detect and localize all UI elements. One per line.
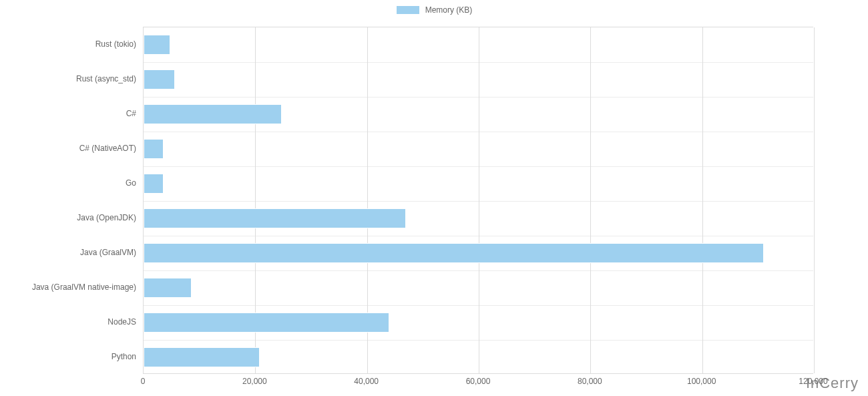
x-tick-label: 60,000: [466, 377, 491, 386]
bar: [144, 243, 764, 263]
v-gridline: [702, 27, 703, 373]
chart-legend: Memory (KB): [0, 5, 868, 15]
y-tick-label: C# (NativeAOT): [0, 144, 136, 153]
y-tick-label: Java (GraalVM native-image): [0, 282, 136, 292]
legend-label: Memory (KB): [425, 5, 473, 15]
y-tick-label: Go: [0, 178, 136, 188]
bar: [144, 313, 389, 333]
y-tick-label: C#: [0, 109, 136, 118]
x-tick-label: 0: [141, 377, 146, 386]
y-tick-label: Java (OpenJDK): [0, 213, 136, 222]
bar: [144, 347, 260, 367]
legend-swatch: [396, 5, 420, 15]
x-tick-label: 120,000: [799, 377, 827, 386]
x-tick-label: 40,000: [354, 377, 379, 386]
x-tick-label: 100,000: [687, 377, 716, 386]
bar: [144, 139, 164, 159]
v-gridline: [479, 27, 479, 373]
y-tick-label: NodeJS: [0, 317, 136, 327]
y-tick-label: Rust (tokio): [0, 39, 136, 49]
plot-area: [143, 27, 813, 374]
v-gridline: [814, 27, 815, 373]
bar: [144, 35, 170, 55]
x-tick-label: 20,000: [242, 377, 267, 386]
y-tick-label: Python: [0, 352, 136, 361]
bar: [144, 69, 175, 89]
v-gridline: [590, 27, 591, 373]
x-tick-label: 80,000: [578, 377, 602, 386]
bar: [144, 174, 164, 194]
y-tick-label: Rust (async_std): [0, 74, 136, 83]
y-tick-label: Java (GraalVM): [0, 248, 136, 257]
bar: [144, 104, 282, 124]
bar: [144, 208, 406, 228]
bar: [144, 278, 192, 298]
